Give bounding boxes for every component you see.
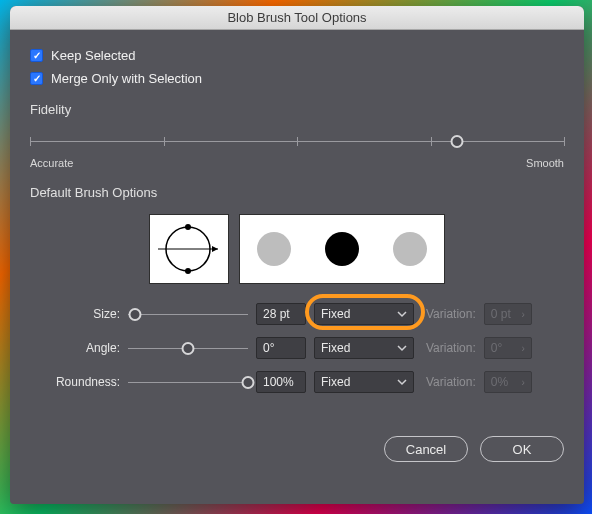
size-row: Size: 28 pt Fixed Variation: 0 pt› <box>30 302 564 326</box>
caret-right-icon: › <box>521 377 524 388</box>
angle-input[interactable]: 0° <box>256 337 306 359</box>
roundness-input[interactable]: 100% <box>256 371 306 393</box>
angle-mode-select[interactable]: Fixed <box>314 337 414 359</box>
dialog-footer: Cancel OK <box>10 418 584 462</box>
slider-track <box>128 314 248 315</box>
size-label: Size: <box>30 307 120 321</box>
size-variation-field: 0 pt› <box>484 303 532 325</box>
cancel-button[interactable]: Cancel <box>384 436 468 462</box>
angle-label: Angle: <box>30 341 120 355</box>
roundness-thumb[interactable] <box>242 376 255 389</box>
slider-tick <box>164 137 165 146</box>
roundness-label: Roundness: <box>30 375 120 389</box>
titlebar[interactable]: Blob Brush Tool Options <box>10 6 584 30</box>
keep-selected-row[interactable]: Keep Selected <box>30 48 564 63</box>
chevron-down-icon <box>397 309 407 319</box>
size-mode-select[interactable]: Fixed <box>314 303 414 325</box>
angle-row: Angle: 0° Fixed Variation: 0°› <box>30 336 564 360</box>
slider-tick <box>30 137 31 146</box>
brush-shape-max-icon <box>393 232 427 266</box>
size-variation-label: Variation: <box>426 307 476 321</box>
fidelity-axis-left: Accurate <box>30 157 73 169</box>
brush-group: Default Brush Options <box>30 185 564 394</box>
roundness-variation-field: 0%› <box>484 371 532 393</box>
roundness-row: Roundness: 100% Fixed Variation: 0%› <box>30 370 564 394</box>
svg-marker-1 <box>212 246 218 252</box>
roundness-variation-label: Variation: <box>426 375 476 389</box>
angle-variation-field: 0°› <box>484 337 532 359</box>
size-thumb[interactable] <box>129 308 142 321</box>
caret-right-icon: › <box>521 309 524 320</box>
ok-button[interactable]: OK <box>480 436 564 462</box>
angle-thumb[interactable] <box>182 342 195 355</box>
fidelity-thumb[interactable] <box>451 135 464 148</box>
window-title: Blob Brush Tool Options <box>227 10 366 25</box>
slider-tick <box>564 137 565 146</box>
roundness-slider[interactable] <box>128 376 248 389</box>
shape-preview[interactable] <box>239 214 445 284</box>
chevron-down-icon <box>397 343 407 353</box>
slider-tick <box>431 137 432 146</box>
fidelity-title: Fidelity <box>30 102 564 117</box>
fidelity-slider[interactable] <box>30 131 564 153</box>
brush-title: Default Brush Options <box>30 185 564 200</box>
caret-right-icon: › <box>521 343 524 354</box>
svg-point-3 <box>185 224 191 230</box>
size-input[interactable]: 28 pt <box>256 303 306 325</box>
brush-shape-min-icon <box>257 232 291 266</box>
angle-diagram-icon <box>154 219 224 279</box>
fidelity-axis: Accurate Smooth <box>30 157 564 169</box>
size-slider[interactable] <box>128 308 248 321</box>
merge-selection-row[interactable]: Merge Only with Selection <box>30 71 564 86</box>
keep-selected-label: Keep Selected <box>51 48 136 63</box>
angle-variation-label: Variation: <box>426 341 476 355</box>
merge-selection-label: Merge Only with Selection <box>51 71 202 86</box>
fidelity-group: Fidelity Accurate Smooth <box>30 102 564 169</box>
angle-preview[interactable] <box>149 214 229 284</box>
angle-slider[interactable] <box>128 342 248 355</box>
roundness-mode-value: Fixed <box>321 375 350 389</box>
brush-preview <box>30 214 564 284</box>
brush-shape-mid-icon <box>325 232 359 266</box>
roundness-mode-select[interactable]: Fixed <box>314 371 414 393</box>
checkbox-icon[interactable] <box>30 72 43 85</box>
angle-mode-value: Fixed <box>321 341 350 355</box>
fidelity-axis-right: Smooth <box>526 157 564 169</box>
size-mode-value: Fixed <box>321 307 350 321</box>
slider-track <box>128 382 248 383</box>
dialog-window: Blob Brush Tool Options Keep Selected Me… <box>10 6 584 504</box>
checkbox-icon[interactable] <box>30 49 43 62</box>
dialog-content: Keep Selected Merge Only with Selection … <box>10 30 584 418</box>
chevron-down-icon <box>397 377 407 387</box>
slider-tick <box>297 137 298 146</box>
svg-point-4 <box>185 268 191 274</box>
